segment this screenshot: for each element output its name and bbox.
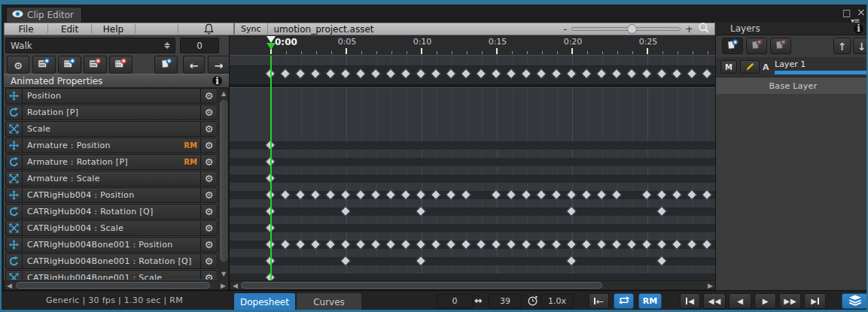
ruler-major-tick (346, 48, 347, 54)
step-back-button[interactable]: ◀ (729, 293, 751, 309)
property-settings-gear-icon[interactable]: ⚙ (200, 254, 217, 268)
sync-button[interactable]: Sync (235, 23, 268, 35)
property-settings-gear-icon[interactable]: ⚙ (200, 238, 217, 252)
fast-forward-button[interactable]: ▶▶ (779, 293, 801, 309)
scrollbar-thumb[interactable] (220, 100, 227, 262)
next-keyframe-button[interactable]: → (208, 56, 230, 74)
clip-frame-input[interactable]: 0 (180, 38, 219, 53)
layers-info-icon[interactable]: i (854, 24, 863, 34)
last-frame-button[interactable]: ▶ (804, 293, 826, 309)
dopesheet-track (230, 207, 716, 216)
last-frame-input[interactable]: 39 (489, 294, 522, 308)
close-button[interactable]: × (857, 8, 866, 17)
property-settings-gear-icon[interactable]: ⚙ (200, 105, 217, 120)
timeline-zoom-slider[interactable] (571, 27, 681, 31)
scroll-up-arrow[interactable]: ▲ (219, 90, 228, 97)
property-settings-gear-icon[interactable]: ⚙ (200, 138, 217, 153)
property-settings-gear-icon[interactable]: ⚙ (200, 221, 217, 235)
add-layer-button[interactable] (722, 38, 743, 54)
property-row[interactable]: CATRigHub004 : Scale⚙ (5, 220, 218, 236)
scrollbar-thumb[interactable] (16, 282, 210, 289)
timeline-zoom-in-label[interactable]: + (685, 26, 693, 33)
merge-layer-button[interactable] (770, 38, 791, 54)
playhead-marker-top[interactable] (266, 36, 276, 43)
property-row[interactable]: Armature : Scale⚙ (5, 171, 218, 186)
scrollbar-thumb[interactable] (241, 282, 602, 289)
playhead-marker-icon[interactable] (266, 43, 276, 50)
current-frame-input[interactable]: 0 (437, 294, 473, 308)
property-row[interactable]: CATRigHub004Bone001 : Rotation [Q]⚙ (5, 253, 218, 269)
menu-item-file[interactable]: File (5, 24, 47, 35)
window-tab-clip-editor[interactable]: Clip Editor (6, 7, 82, 23)
scroll-right-arrow[interactable]: ▶ (221, 282, 226, 289)
menu-item-help[interactable]: Help (92, 24, 135, 35)
summary-separator (230, 83, 716, 88)
root-motion-button[interactable]: RM (638, 293, 662, 309)
add-keyframe-button[interactable] (32, 56, 56, 74)
add-pose-button[interactable] (154, 56, 178, 74)
settings-button[interactable]: ⚙ (7, 56, 29, 74)
property-row[interactable]: Armature : PositionRM⚙ (5, 138, 218, 153)
scroll-down-arrow[interactable]: ▼ (219, 271, 228, 277)
tab-dopesheet[interactable]: Dopesheet (234, 293, 295, 310)
property-row[interactable]: CATRigHub004 : Position⚙ (5, 187, 218, 203)
properties-horizontal-scrollbar[interactable]: ◀ ▶ (4, 280, 229, 290)
maximize-button[interactable]: □ (842, 8, 851, 17)
property-row[interactable]: CATRigHub004Bone001 : Position⚙ (5, 237, 218, 253)
scroll-left-arrow[interactable]: ◀ (233, 282, 238, 289)
first-frame-button[interactable]: ◀ (680, 293, 700, 309)
scroll-right-arrow[interactable]: ▶ (708, 282, 713, 289)
film-delete-icon (89, 58, 102, 72)
property-row[interactable]: Position⚙ (5, 88, 218, 104)
property-settings-gear-icon[interactable]: ⚙ (200, 204, 217, 219)
jump-to-start-button[interactable]: ← (589, 293, 609, 309)
magnifier-icon[interactable] (698, 22, 710, 37)
fast-rewind-button[interactable]: ◀◀ (703, 293, 726, 309)
property-settings-gear-icon[interactable]: ⚙ (200, 89, 217, 103)
property-row[interactable]: Rotation [P]⚙ (5, 105, 218, 120)
layer-row-base-layer[interactable]: Base Layer (716, 77, 868, 94)
timeline-zoom-slider-handle[interactable] (627, 24, 637, 34)
layer-edit-button[interactable] (740, 60, 760, 74)
dopesheet-horizontal-scrollbar[interactable]: ◀ ▶ (230, 280, 716, 290)
play-button[interactable]: ▶ (754, 293, 776, 309)
delete-keyframe-all-button[interactable] (109, 56, 132, 74)
animated-properties-info-icon[interactable]: i (212, 76, 222, 86)
clip-select-dropdown[interactable]: Walk (5, 38, 175, 53)
base-layer-label: Base Layer (769, 81, 818, 91)
add-keyframe-all-button[interactable] (58, 56, 81, 74)
layer-row-layer-1[interactable]: M A Layer 1 (716, 57, 868, 77)
dopesheet-grid[interactable] (230, 56, 716, 280)
property-settings-gear-icon[interactable]: ⚙ (200, 155, 217, 169)
layer-delete-icon (751, 39, 763, 53)
delete-keyframe-button[interactable] (84, 56, 107, 74)
scale-icon (6, 221, 23, 235)
prev-keyframe-button[interactable]: ← (183, 56, 205, 74)
timeline-zoom-out-label[interactable]: - (563, 26, 567, 33)
move-layer-up-button[interactable]: ↑ (833, 38, 851, 54)
menu-item-edit[interactable]: Edit (48, 24, 91, 35)
property-settings-gear-icon[interactable]: ⚙ (200, 271, 217, 280)
tab-curves[interactable]: Curves (297, 293, 361, 310)
timeline-ruler[interactable]: 0:000:050:100:150:200:25 (230, 35, 716, 56)
property-row[interactable]: Armature : Rotation [P]RM⚙ (5, 154, 218, 170)
move-layer-down-button[interactable]: ↓ (853, 38, 868, 54)
move-icon (6, 238, 23, 252)
loop-playback-button[interactable] (614, 293, 634, 309)
property-row[interactable]: Scale⚙ (5, 121, 218, 137)
property-row[interactable]: CATRigHub004 : Rotation [Q]⚙ (5, 204, 218, 220)
property-settings-gear-icon[interactable]: ⚙ (200, 122, 217, 136)
property-settings-gear-icon[interactable]: ⚙ (200, 171, 217, 186)
delete-layer-button[interactable] (746, 38, 767, 54)
layer-mute-button[interactable]: M (720, 60, 737, 74)
playhead-line[interactable] (270, 56, 272, 280)
property-row[interactable]: CATRigHub004Bone001 : Scale⚙ (5, 270, 218, 280)
playback-speed-input[interactable]: 1.0x (541, 294, 574, 308)
property-settings-gear-icon[interactable]: ⚙ (200, 188, 217, 202)
layer-name[interactable]: Layer 1 (775, 59, 806, 69)
layer-weight-bar[interactable] (775, 71, 866, 74)
layer-view-button[interactable] (842, 293, 868, 309)
properties-vertical-scrollbar[interactable]: ▲ ▼ (218, 88, 229, 280)
notification-bell-icon[interactable] (204, 23, 214, 35)
scroll-left-arrow[interactable]: ◀ (7, 282, 12, 289)
